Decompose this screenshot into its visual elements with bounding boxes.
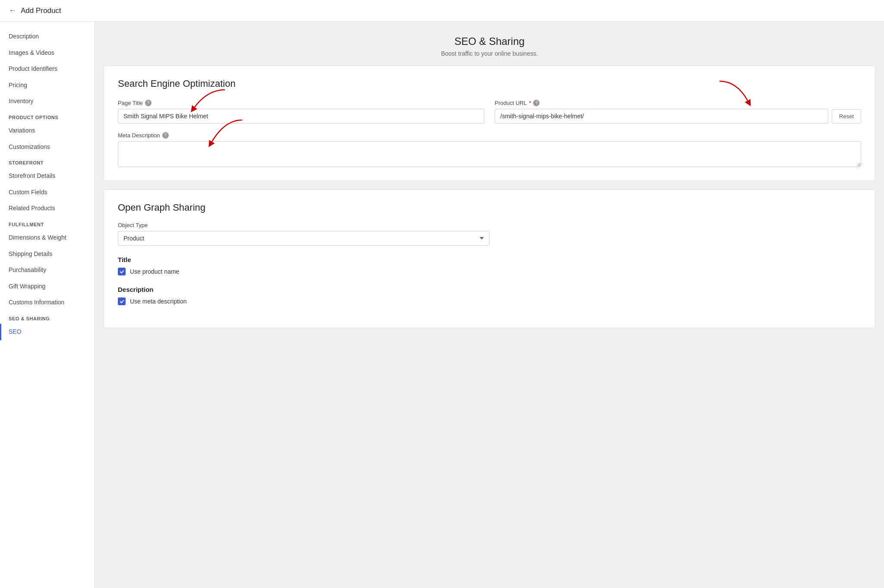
- og-title-label: Title: [118, 256, 861, 263]
- sidebar-section-product-options-label: PRODUCT OPTIONS: [0, 110, 95, 123]
- sidebar-item-custom-fields[interactable]: Custom Fields: [0, 184, 95, 201]
- use-product-name-label: Use product name: [130, 268, 179, 275]
- sidebar-item-customs-information[interactable]: Customs Information: [0, 294, 95, 311]
- seo-page-title: SEO & Sharing: [104, 35, 875, 47]
- product-url-input-wrapper: Product URL * ?: [495, 100, 828, 123]
- og-card-title: Open Graph Sharing: [118, 202, 861, 213]
- sidebar-item-variations[interactable]: Variations: [0, 123, 95, 139]
- object-type-label: Object Type: [118, 222, 861, 228]
- meta-desc-help-icon[interactable]: ?: [162, 132, 169, 139]
- sidebar-item-related-products[interactable]: Related Products: [0, 200, 95, 217]
- back-icon: ←: [9, 6, 16, 15]
- object-type-select[interactable]: Product Article Website: [118, 231, 489, 246]
- use-product-name-row: Use product name: [118, 268, 861, 275]
- content-area: SEO & Sharing Boost traffic to your onli…: [95, 22, 884, 588]
- back-button[interactable]: ←: [9, 6, 16, 15]
- sidebar-section-fulfillment-label: FULFILLMENT: [0, 217, 95, 230]
- sidebar-item-product-identifiers[interactable]: Product Identifiers: [0, 61, 95, 77]
- page-title-input[interactable]: [118, 109, 484, 123]
- use-meta-description-checkbox[interactable]: [118, 297, 126, 305]
- seo-top-row: Page Title ? Product URL * ?: [118, 100, 861, 123]
- seo-card: Search Engine Optimization: [104, 66, 875, 181]
- product-url-help-icon[interactable]: ?: [533, 100, 540, 106]
- page-header: SEO & Sharing Boost traffic to your onli…: [95, 22, 884, 66]
- sidebar-section-seo-sharing-label: SEO & SHARING: [0, 311, 95, 324]
- sidebar-item-description[interactable]: Description: [0, 28, 95, 45]
- product-url-label: Product URL * ?: [495, 100, 828, 106]
- app-container: ← Add Product DescriptionImages & Videos…: [0, 0, 884, 588]
- sidebar: DescriptionImages & VideosProduct Identi…: [0, 22, 95, 588]
- og-description-section: Description Use meta description: [118, 286, 861, 305]
- use-product-name-checkbox[interactable]: [118, 268, 126, 275]
- meta-description-input[interactable]: [118, 141, 861, 167]
- og-card: Open Graph Sharing Object Type Product A…: [104, 190, 875, 328]
- use-meta-description-label: Use meta description: [130, 298, 187, 305]
- page-title-label: Page Title ?: [118, 100, 484, 106]
- page-title-group: Page Title ?: [118, 100, 484, 123]
- sidebar-item-seo[interactable]: SEO: [0, 324, 95, 340]
- main-layout: DescriptionImages & VideosProduct Identi…: [0, 22, 884, 588]
- page-title: Add Product: [21, 6, 61, 15]
- sidebar-item-inventory[interactable]: Inventory: [0, 93, 95, 110]
- sidebar-item-purchasability[interactable]: Purchasability: [0, 262, 95, 278]
- sidebar-item-customizations[interactable]: Customizations: [0, 139, 95, 155]
- seo-page-subtitle: Boost traffic to your online business.: [104, 50, 875, 57]
- og-description-label: Description: [118, 286, 861, 293]
- sidebar-item-gift-wrapping[interactable]: Gift Wrapping: [0, 278, 95, 295]
- seo-card-title: Search Engine Optimization: [118, 78, 861, 89]
- sidebar-section-storefront-label: STOREFRONT: [0, 155, 95, 168]
- meta-description-label: Meta Description ?: [118, 132, 861, 139]
- meta-description-group: Meta Description ?: [118, 132, 861, 168]
- og-title-section: Title Use product name: [118, 256, 861, 275]
- sidebar-item-dimensions-weight[interactable]: Dimensions & Weight: [0, 230, 95, 246]
- sidebar-item-storefront-details[interactable]: Storefront Details: [0, 168, 95, 184]
- use-meta-description-row: Use meta description: [118, 297, 861, 305]
- sidebar-item-images-videos[interactable]: Images & Videos: [0, 45, 95, 61]
- page-title-help-icon[interactable]: ?: [145, 100, 152, 106]
- reset-button[interactable]: Reset: [832, 109, 861, 123]
- object-type-group: Object Type Product Article Website: [118, 222, 861, 246]
- header: ← Add Product: [0, 0, 884, 22]
- product-url-input[interactable]: [495, 109, 828, 123]
- sidebar-item-shipping-details[interactable]: Shipping Details: [0, 246, 95, 262]
- product-url-group: Product URL * ? Reset: [495, 100, 861, 123]
- sidebar-item-pricing[interactable]: Pricing: [0, 77, 95, 94]
